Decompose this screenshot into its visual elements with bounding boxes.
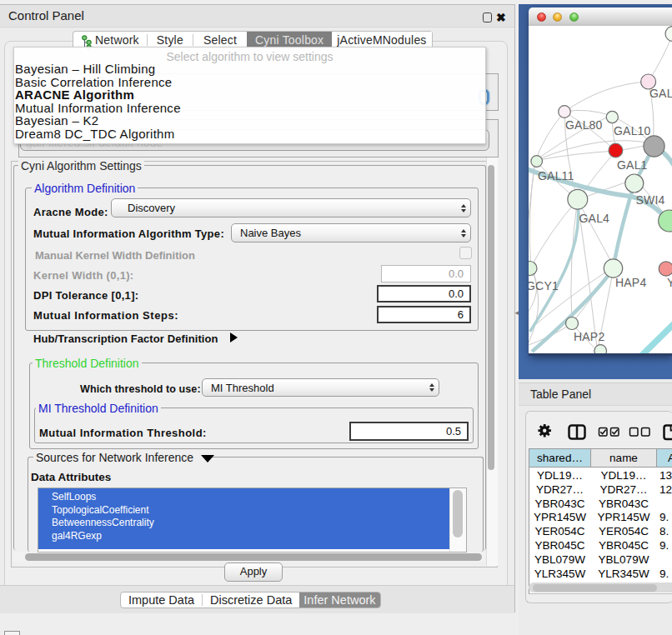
- svg-text:GAL11: GAL11: [538, 169, 574, 182]
- svg-text:GAL10: GAL10: [614, 124, 651, 138]
- svg-text:SWI4: SWI4: [636, 193, 665, 207]
- svg-text:GCY1: GCY1: [529, 279, 559, 292]
- svg-text:GAL1: GAL1: [617, 158, 648, 172]
- svg-text:Y: Y: [667, 276, 672, 289]
- svg-text:HAP2: HAP2: [574, 330, 604, 343]
- svg-text:GAL4: GAL4: [579, 212, 610, 225]
- svg-text:GAL80: GAL80: [565, 118, 603, 132]
- svg-text:HAP4: HAP4: [615, 276, 646, 289]
- svg-text:GAL: GAL: [649, 87, 672, 100]
